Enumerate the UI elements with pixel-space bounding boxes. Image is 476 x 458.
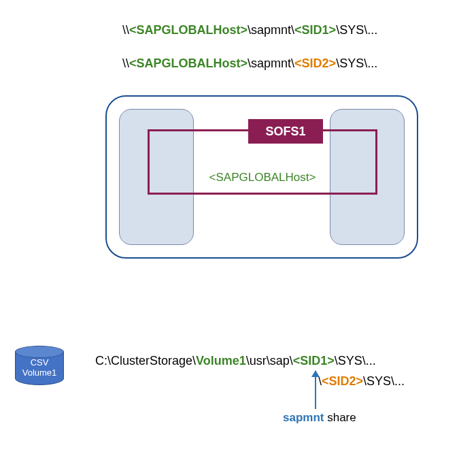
- sapmnt-name: sapmnt: [283, 411, 324, 424]
- sofs-role: SOFS1 <SAPGLOBALHost>: [148, 129, 377, 195]
- sid1-token: <SID1>: [294, 23, 336, 37]
- sid2-token: <SID2>: [294, 56, 336, 70]
- path-seg: \usr\sap\: [246, 354, 293, 367]
- path-seg: \\: [122, 56, 129, 70]
- sapmnt-suffix: share: [324, 411, 356, 424]
- cluster-container: SOFS1 <SAPGLOBALHost>: [105, 95, 418, 259]
- path-seg: \sapmnt\: [248, 56, 294, 70]
- sapmnt-share-label: sapmnt share: [283, 411, 356, 425]
- local-path-sid1: C:\ClusterStorage\Volume1\usr\sap\<SID1>…: [95, 354, 376, 368]
- path-seg: \\: [122, 23, 129, 37]
- sapglobalhost-label: <SAPGLOBALHost>: [150, 171, 375, 184]
- csv-volume-label: CSV Volume1: [15, 358, 64, 378]
- csv-volume-icon: CSV Volume1: [15, 346, 64, 388]
- path-seg: \SYS\...: [336, 56, 377, 70]
- path-seg: \SYS\...: [336, 23, 377, 37]
- path-seg: \SYS\...: [363, 374, 405, 388]
- sapglobalhost-token: <SAPGLOBALHost>: [129, 23, 248, 37]
- path-seg: C:\ClusterStorage\: [95, 354, 196, 367]
- csv-line2: Volume1: [22, 367, 57, 378]
- volume-token: Volume1: [196, 354, 246, 367]
- unc-paths: \\<SAPGLOBALHost>\sapmnt\<SID1>\SYS\... …: [122, 22, 377, 88]
- sid2-token: <SID2>: [322, 374, 363, 388]
- local-path-sid2: \<SID2>\SYS\...: [318, 374, 405, 389]
- sapglobalhost-token: <SAPGLOBALHost>: [129, 56, 248, 70]
- path-seg: \sapmnt\: [248, 23, 294, 37]
- csv-line1: CSV: [31, 357, 49, 367]
- sofs-label: SOFS1: [248, 119, 323, 144]
- unc-path-sid2: \\<SAPGLOBALHost>\sapmnt\<SID2>\SYS\...: [122, 55, 377, 72]
- arrow-up-icon: [315, 371, 316, 409]
- unc-path-sid1: \\<SAPGLOBALHost>\sapmnt\<SID1>\SYS\...: [122, 22, 377, 39]
- path-seg: \SYS\...: [335, 354, 376, 367]
- sid1-token: <SID1>: [293, 354, 335, 367]
- cylinder-top: [15, 346, 64, 358]
